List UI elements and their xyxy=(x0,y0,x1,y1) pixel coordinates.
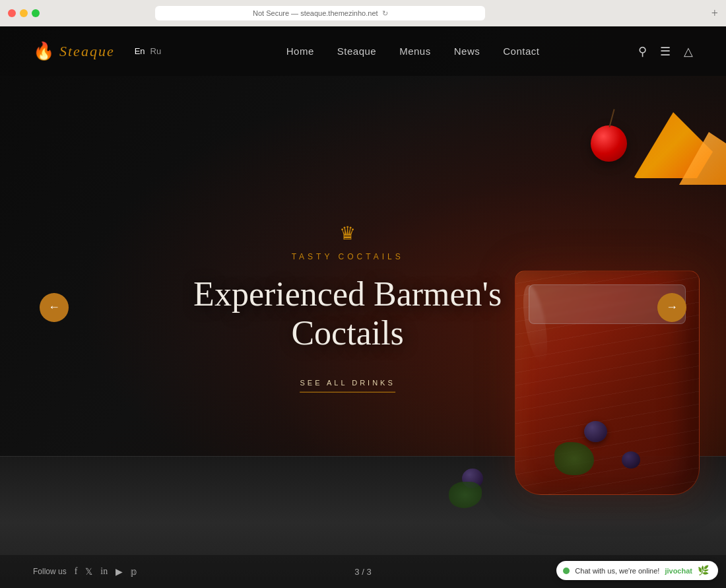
new-tab-button[interactable]: + xyxy=(711,7,718,19)
logo-text: Steaque xyxy=(59,43,115,60)
hero-title: Experienced Barmen's Coctails xyxy=(193,274,502,353)
lang-ru[interactable]: Ru xyxy=(150,46,162,56)
navbar: 🔥 Steaque En Ru Home Steaque Menus News … xyxy=(0,26,726,76)
jivochat-widget[interactable]: Chat with us, we're online! jivochat 🌿 xyxy=(556,561,718,580)
nav-steaque[interactable]: Steaque xyxy=(337,46,376,57)
left-arrow-icon: ← xyxy=(48,300,60,314)
traffic-lights xyxy=(8,9,40,17)
address-bar[interactable]: Not Secure — steaque.themezinho.net ↻ xyxy=(155,6,485,20)
logo[interactable]: 🔥 Steaque xyxy=(33,41,115,61)
hero-subtitle: Tasty Coctails xyxy=(193,251,502,261)
nav-icons: ⚲ ☰ △ xyxy=(638,44,693,59)
lang-en[interactable]: En xyxy=(135,46,145,56)
green-garnish-2 xyxy=(449,482,482,508)
linkedin-icon[interactable]: in xyxy=(100,566,108,577)
user-icon[interactable]: △ xyxy=(684,44,693,59)
flame-icon: 🔥 xyxy=(33,41,54,61)
language-switcher: En Ru xyxy=(135,46,162,56)
slide-counter: 3 / 3 xyxy=(354,567,371,577)
pinterest-icon[interactable]: 𝕡 xyxy=(131,566,137,577)
close-button[interactable] xyxy=(8,9,16,17)
menu-icon[interactable]: ☰ xyxy=(660,44,671,59)
crown-icon: ♛ xyxy=(193,222,502,244)
youtube-icon[interactable]: ▶ xyxy=(116,566,123,577)
search-icon[interactable]: ⚲ xyxy=(638,44,647,59)
facebook-icon[interactable]: f xyxy=(75,566,78,577)
jivochat-leaf-icon: 🌿 xyxy=(698,565,709,576)
cta-button[interactable]: SEE ALL DRINKS xyxy=(300,379,395,393)
prev-arrow[interactable]: ← xyxy=(40,293,69,322)
maximize-button[interactable] xyxy=(32,9,40,17)
right-arrow-icon: → xyxy=(666,300,678,314)
green-garnish-1 xyxy=(554,442,594,475)
next-arrow[interactable]: → xyxy=(657,293,686,322)
nav-contact[interactable]: Contact xyxy=(503,46,539,57)
nav-links: Home Steaque Menus News Contact xyxy=(187,46,638,57)
follow-label: Follow us xyxy=(33,567,67,576)
browser-chrome: Not Secure — steaque.themezinho.net ↻ + xyxy=(0,0,726,26)
social-links: Follow us f 𝕏 in ▶ 𝕡 xyxy=(33,566,137,577)
nav-home[interactable]: Home xyxy=(286,46,314,57)
orange-garnish xyxy=(594,112,713,218)
url-text: Not Secure — steaque.themezinho.net xyxy=(253,9,378,17)
jivochat-message: Chat with us, we're online! xyxy=(575,567,659,575)
website: 🔥 Steaque En Ru Home Steaque Menus News … xyxy=(0,26,726,588)
nav-news[interactable]: News xyxy=(454,46,480,57)
hero-title-line1: Experienced Barmen's xyxy=(193,275,502,312)
blueberry-2 xyxy=(622,451,640,469)
refresh-icon[interactable]: ↻ xyxy=(382,9,388,18)
jivochat-brand: jivochat xyxy=(665,567,692,575)
minimize-button[interactable] xyxy=(20,9,28,17)
hero-title-line2: Coctails xyxy=(291,314,403,352)
hero-content: ♛ Tasty Coctails Experienced Barmen's Co… xyxy=(193,222,502,393)
online-indicator xyxy=(563,568,570,574)
blueberry-1 xyxy=(584,421,607,442)
twitter-icon[interactable]: 𝕏 xyxy=(85,566,92,577)
nav-menus[interactable]: Menus xyxy=(399,46,431,57)
